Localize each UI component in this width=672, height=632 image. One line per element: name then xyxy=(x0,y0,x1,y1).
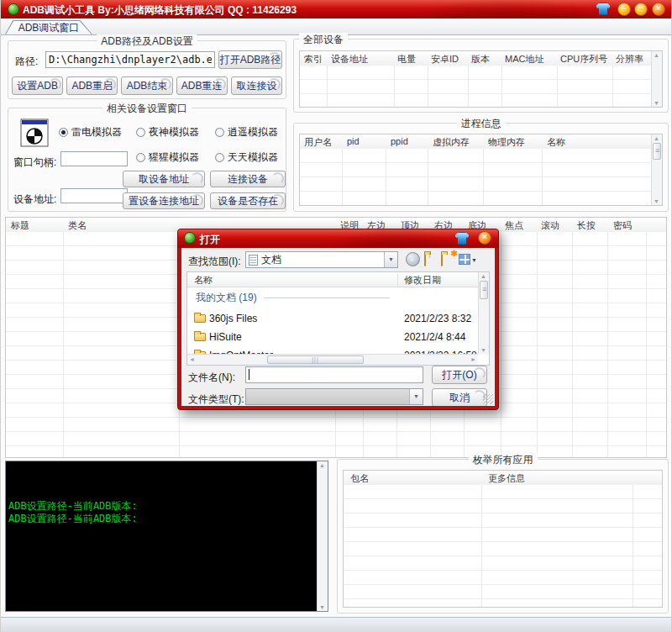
log-console[interactable]: ADB设置路径-当前ADB版本:ADB设置路径-当前ADB版本: xyxy=(5,461,328,612)
skin-changer-button[interactable] xyxy=(596,3,611,15)
adb-path-input[interactable] xyxy=(45,51,215,68)
file-col-name[interactable]: 名称 xyxy=(194,274,213,287)
adb-action-button[interactable]: ADB结束 xyxy=(121,76,172,95)
file-group-label: 我的文档 (19) xyxy=(196,291,390,305)
set-device-address-button[interactable]: 置设备连接地址 xyxy=(123,192,205,209)
dialog-cancel-button[interactable]: 取消 xyxy=(432,388,487,406)
open-adb-path-button[interactable]: 打开ADB路径 xyxy=(218,50,282,69)
file-list[interactable]: 名称 修改日期 我的文档 (19) 360js Files 2021/2/23 … xyxy=(186,271,490,366)
devices-col-android-id[interactable]: 安卓ID xyxy=(431,53,459,66)
dialog-open-button[interactable]: 打开(O) xyxy=(432,366,487,384)
filename-input[interactable] xyxy=(245,366,423,383)
radio-dot xyxy=(215,153,224,162)
radio-tiantian-emulator[interactable]: 天天模拟器 xyxy=(215,150,278,165)
column-divider xyxy=(572,232,573,457)
dialog-skin-button[interactable] xyxy=(454,232,470,245)
devices-col-index[interactable]: 索引 xyxy=(304,53,323,66)
column-divider xyxy=(386,149,386,205)
process-col-vmem[interactable]: 虚拟内存 xyxy=(433,136,470,149)
folder-icon xyxy=(194,314,206,323)
controls-col-title[interactable]: 标题 xyxy=(11,219,29,232)
dialog-close-button[interactable] xyxy=(478,231,491,245)
new-folder-icon[interactable]: ✱ xyxy=(441,254,455,268)
file-list-vthumb[interactable] xyxy=(480,281,488,299)
views-icon[interactable]: ▼ xyxy=(459,254,477,268)
apps-col-moreinfo[interactable]: 更多信息 xyxy=(488,472,525,485)
adb-action-button[interactable]: 设置ADB路径 xyxy=(12,76,63,95)
devices-col-resolution[interactable]: 分辨率 xyxy=(616,53,643,66)
process-table-rows xyxy=(300,149,651,205)
radio-dot xyxy=(136,128,145,137)
column-divider xyxy=(612,66,613,107)
filetype-combobox[interactable]: ▼ xyxy=(245,388,423,405)
combo-dropdown-arrow-icon[interactable]: ▼ xyxy=(409,389,423,404)
column-divider xyxy=(394,66,395,107)
devices-col-address[interactable]: 设备地址 xyxy=(331,53,368,66)
close-button[interactable] xyxy=(652,3,665,16)
radio-xingxing-emulator[interactable]: 猩猩模拟器 xyxy=(136,150,199,165)
column-divider xyxy=(542,149,543,205)
controls-col-scroll[interactable]: 滚动 xyxy=(541,219,559,232)
radio-dot xyxy=(136,153,145,162)
devices-table-scrollbar[interactable] xyxy=(651,51,662,107)
resize-grip[interactable] xyxy=(483,394,493,404)
minimize-button[interactable] xyxy=(617,3,631,16)
group-adb-settings-title: ADB路径及ADB设置 xyxy=(97,34,197,49)
group-process-info-title: 进程信息 xyxy=(457,117,506,131)
adb-action-button[interactable]: ADB重启 xyxy=(66,76,118,95)
file-list-hthumb[interactable] xyxy=(267,356,364,364)
process-col-ppid[interactable]: ppid xyxy=(391,136,408,146)
look-in-combobox[interactable]: 文档 ▼ xyxy=(245,251,398,268)
look-in-value: 文档 xyxy=(261,253,281,267)
process-scroll-thumb[interactable] xyxy=(653,143,661,160)
maximize-button[interactable] xyxy=(634,3,648,16)
process-col-user[interactable]: 用户名 xyxy=(304,136,332,149)
radio-yeshen-emulator[interactable]: 夜神模拟器 xyxy=(136,125,199,140)
devices-col-version[interactable]: 版本 xyxy=(471,53,490,66)
adb-action-button[interactable]: ADB重连 xyxy=(176,76,228,95)
file-list-item[interactable]: 360js Files 2021/2/23 8:32 xyxy=(187,309,478,328)
controls-col-longpress[interactable]: 长按 xyxy=(577,219,596,232)
radio-leidian-emulator[interactable]: 雷电模拟器 xyxy=(59,125,122,140)
devices-col-cpu-serial[interactable]: CPU序列号 xyxy=(560,53,607,66)
column-divider xyxy=(397,274,398,287)
emulator-window-icon xyxy=(20,118,49,147)
get-device-address-button[interactable]: 取设备地址 xyxy=(123,171,205,187)
devices-table-header: 索引 设备地址 电量 安卓ID 版本 MAC地址 CPU序列号 分辨率 xyxy=(300,51,662,66)
radio-xingxing-label: 猩猩模拟器 xyxy=(149,150,199,165)
views-caret-icon: ▼ xyxy=(471,257,477,263)
adb-path-label: 路径: xyxy=(15,55,38,69)
devices-col-battery[interactable]: 电量 xyxy=(397,53,416,66)
device-address-input[interactable] xyxy=(60,188,128,203)
window-handle-input[interactable] xyxy=(60,151,128,166)
combo-dropdown-arrow-icon[interactable]: ▼ xyxy=(384,252,397,267)
file-list-header: 名称 修改日期 xyxy=(187,272,478,287)
device-exists-button[interactable]: 设备是否存在 xyxy=(210,192,286,209)
console-scrollbar[interactable] xyxy=(317,461,328,611)
radio-xiaoyao-emulator[interactable]: 逍遥模拟器 xyxy=(215,125,278,140)
back-icon[interactable] xyxy=(406,252,420,266)
group-all-devices-title: 全部设备 xyxy=(299,33,348,47)
up-level-icon[interactable]: ↑ xyxy=(424,254,438,268)
file-list-vscrollbar[interactable] xyxy=(478,272,489,354)
process-col-name[interactable]: 名称 xyxy=(547,136,565,149)
views-grid-icon xyxy=(459,254,470,265)
column-divider xyxy=(501,66,502,107)
devices-col-mac[interactable]: MAC地址 xyxy=(505,53,543,66)
process-table-scrollbar[interactable] xyxy=(651,134,662,205)
process-col-pmem[interactable]: 物理内存 xyxy=(488,136,525,149)
controls-col-focus[interactable]: 焦点 xyxy=(505,219,523,232)
controls-col-password[interactable]: 密码 xyxy=(613,219,632,232)
adb-action-button-row: 设置ADB路径ADB重启ADB结束ADB重连取连接设备 xyxy=(12,76,282,95)
adb-action-button[interactable]: 取连接设备 xyxy=(231,76,282,95)
connect-device-button[interactable]: 连接设备 xyxy=(210,171,286,187)
file-list-item[interactable]: HiSuite 2021/2/4 8:44 xyxy=(187,328,478,346)
process-col-pid[interactable]: pid xyxy=(347,136,360,146)
controls-col-class[interactable]: 类名 xyxy=(68,219,87,232)
apps-col-package[interactable]: 包名 xyxy=(350,472,369,485)
file-list-hscrollbar[interactable] xyxy=(187,354,478,365)
file-col-date[interactable]: 修改日期 xyxy=(404,274,441,287)
tab-adb-debug[interactable]: ADB调试窗口 xyxy=(5,20,92,34)
file-date: 2021/2/23 8:32 xyxy=(404,313,471,324)
column-divider xyxy=(342,149,343,205)
